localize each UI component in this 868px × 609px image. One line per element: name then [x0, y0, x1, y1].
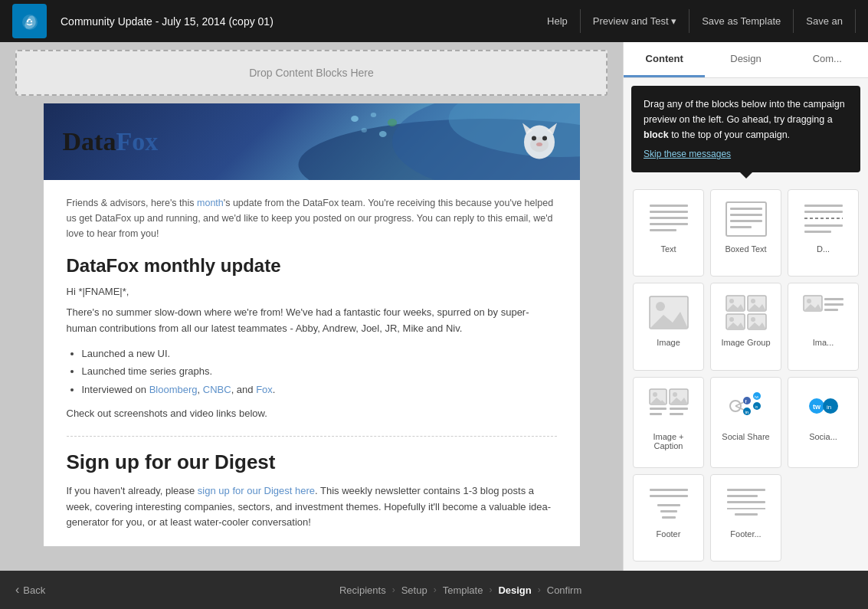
sep-3: › [489, 584, 492, 595]
svg-point-1 [26, 20, 28, 21]
svg-point-7 [370, 113, 375, 117]
footer2-icon [723, 483, 769, 525]
block-image-caption[interactable]: Image + Caption [633, 377, 704, 468]
svg-rect-84 [727, 501, 765, 503]
tab-content[interactable]: Content [624, 42, 705, 77]
svg-rect-62 [670, 408, 688, 410]
svg-point-55 [653, 392, 657, 397]
breadcrumb-nav: Recipients › Setup › Template › Design ›… [68, 584, 853, 596]
step-recipients[interactable]: Recipients [339, 584, 386, 596]
email-banner: DataFox [44, 103, 580, 180]
block-footer[interactable]: Footer [633, 474, 704, 562]
svg-rect-24 [730, 208, 762, 210]
text-block-icon [646, 198, 692, 240]
mailchimp-logo [12, 4, 47, 38]
svg-point-46 [751, 317, 755, 322]
section2-title: Sign up for our Digest [67, 450, 557, 474]
section-divider [67, 436, 557, 437]
step-design[interactable]: Design [498, 584, 531, 596]
svg-rect-57 [650, 408, 667, 410]
svg-point-60 [673, 392, 677, 397]
preview-test-button[interactable]: Preview and Test [581, 9, 689, 33]
digest-text: If you haven't already, please sign up f… [67, 483, 557, 531]
drop-zone[interactable]: Drop Content Blocks Here [15, 50, 608, 96]
text-block-label: Text [660, 244, 676, 254]
svg-point-43 [729, 317, 734, 322]
image-group-block-label: Image Group [721, 338, 770, 347]
tooltip-text: Drag any of the blocks below into the ca… [644, 99, 845, 140]
social-share-block-label: Social Share [722, 432, 769, 441]
svg-rect-19 [650, 211, 688, 213]
svg-point-15 [532, 136, 536, 141]
svg-point-16 [542, 136, 547, 141]
hi-line: Hi *|FNAME|*, [67, 286, 557, 297]
svg-point-2 [30, 20, 31, 21]
skip-messages-link[interactable]: Skip these messages [644, 147, 848, 162]
svg-point-34 [656, 302, 665, 311]
campaign-title: Community Update - July 15, 2014 (copy 0… [61, 15, 535, 28]
social-follow-block-label: Socia... [809, 432, 837, 441]
blocks-grid: Text Boxed Text [624, 180, 868, 571]
bullet-1: Launched a new UI. [82, 346, 557, 362]
svg-rect-51 [824, 298, 843, 300]
image-icon [646, 291, 692, 333]
svg-point-49 [807, 299, 811, 303]
svg-rect-86 [735, 513, 758, 516]
back-button[interactable]: Back [15, 583, 45, 597]
block-boxed-text[interactable]: Boxed Text [710, 189, 781, 277]
svg-rect-58 [650, 413, 662, 415]
footer-block-label: Footer [657, 529, 681, 539]
svg-rect-18 [650, 205, 688, 207]
image-right-icon [801, 291, 847, 333]
banner-fox: Fox [116, 127, 158, 156]
block-divider[interactable]: D... [788, 189, 859, 277]
svg-rect-27 [730, 226, 752, 228]
svg-rect-28 [804, 205, 843, 207]
block-image-right[interactable]: Ima... [788, 283, 859, 370]
check-out: Check out screenshots and video links be… [67, 406, 557, 422]
step-confirm[interactable]: Confirm [547, 584, 582, 596]
svg-text:in: in [755, 404, 758, 409]
tab-comment[interactable]: Com... [787, 42, 868, 77]
bullet-list: Launched a new UI. Launched time series … [82, 346, 557, 398]
image-caption-block-label: Image + Caption [638, 432, 699, 450]
social-share-icon: f in tw in [723, 385, 769, 427]
body-text-1: There's no summer slow-down where we're … [67, 305, 557, 337]
svg-rect-79 [657, 504, 680, 506]
tab-design[interactable]: Design [705, 42, 786, 77]
svg-point-9 [361, 128, 366, 133]
footer-icon [646, 483, 692, 525]
svg-rect-23 [726, 202, 766, 236]
block-image-group[interactable]: Image Group [710, 283, 781, 370]
tooltip-box: Drag any of the blocks below into the ca… [631, 86, 860, 172]
block-social-share[interactable]: f in tw in Social Share [710, 377, 781, 468]
boxed-text-block-label: Boxed Text [725, 244, 766, 254]
svg-rect-81 [662, 516, 676, 519]
svg-rect-26 [730, 220, 762, 222]
divider-icon [801, 198, 847, 240]
block-text[interactable]: Text [633, 189, 704, 277]
social-follow-icon: tw in [801, 385, 847, 427]
section1-title: DataFox monthly update [67, 255, 557, 277]
step-template[interactable]: Template [443, 584, 483, 596]
image-group-icon [723, 291, 769, 333]
image-right-block-label: Ima... [813, 338, 834, 347]
email-body: DataFox [44, 103, 580, 546]
svg-rect-63 [670, 413, 683, 415]
svg-text:tw: tw [813, 403, 821, 411]
block-image[interactable]: Image [633, 283, 704, 370]
svg-rect-82 [727, 489, 765, 491]
svg-rect-25 [730, 214, 762, 216]
step-setup[interactable]: Setup [401, 584, 427, 596]
block-social-follow[interactable]: tw in Socia... [788, 377, 859, 468]
help-button[interactable]: Help [535, 9, 581, 33]
svg-rect-80 [660, 510, 677, 512]
save-template-button[interactable]: Save as Template [689, 9, 794, 33]
main-area: Drop Content Blocks Here DataFox [0, 42, 868, 571]
save-button[interactable]: Save an [794, 9, 856, 33]
topbar-actions: Help Preview and Test Save as Template S… [535, 9, 856, 33]
svg-point-40 [751, 299, 755, 303]
topbar: Community Update - July 15, 2014 (copy 0… [0, 0, 868, 42]
block-footer2[interactable]: Footer... [710, 474, 781, 562]
sep-2: › [434, 584, 437, 595]
